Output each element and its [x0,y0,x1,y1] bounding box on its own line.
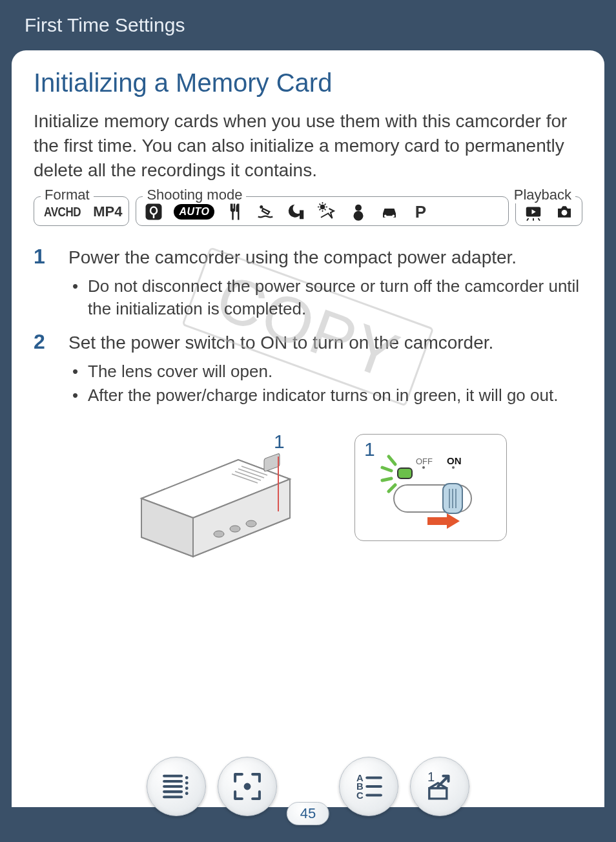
svg-line-25 [382,467,391,471]
toc-button[interactable] [147,757,206,816]
svg-point-42 [185,776,189,779]
svg-point-30 [422,466,425,469]
index-button[interactable]: A B C [339,757,398,816]
svg-point-45 [185,792,189,795]
switch-off-label: OFF [416,457,433,466]
film-play-icon [522,202,544,221]
svg-line-26 [382,478,391,480]
step-text: Set the power switch to ON to turn on th… [68,331,582,355]
breadcrumb: First Time Settings [0,0,616,48]
index-icon: A B C [351,769,386,804]
svg-text:1: 1 [427,770,435,784]
switch-illustration: 1 OFF ON [354,434,507,541]
step-1: 1 Power the camcorder using the compact … [34,245,582,322]
intro-text: Initialize memory cards when you use the… [34,109,582,182]
svg-text:C: C [356,790,364,801]
macro-icon [143,202,165,221]
svg-line-24 [389,457,395,464]
svg-point-16 [230,526,240,532]
svg-point-4 [355,205,362,211]
svg-rect-2 [300,211,303,220]
step-bullet: The lens cover will open. [68,360,582,383]
steps-list: COPY 1 Power the camcorder using the com… [34,245,582,408]
expand-icon [230,769,265,804]
svg-point-6 [384,215,387,218]
camcorder-illustration: 1 [109,434,316,566]
toc-icon [159,769,194,804]
format-label: Format [41,187,94,203]
svg-point-10 [562,210,568,216]
page-title: Initializing a Memory Card [34,68,582,98]
mp4-icon: MP4 [93,203,122,220]
svg-point-46 [245,785,250,789]
auto-icon: AUTO [174,204,214,220]
cutlery-icon [223,202,245,221]
svg-point-7 [393,215,395,218]
svg-line-27 [389,485,395,491]
step-number: 2 [34,331,68,408]
mode-bar: Format AVCHD MP4 Shooting mode AUTO [34,196,582,226]
diver-icon [254,202,276,221]
step-2: 2 Set the power switch to ON to turn on … [34,331,582,408]
playback-group: Playback [515,196,582,226]
page-card: Initializing a Memory Card Initialize me… [12,50,604,811]
step-bullet: Do not disconnect the power source or tu… [68,275,582,320]
svg-marker-36 [427,513,460,529]
snowman-icon [347,202,369,221]
beach-icon [316,202,338,221]
photo-play-icon [553,202,575,221]
playback-label: Playback [510,187,575,203]
svg-point-5 [354,211,364,221]
switch-on-label: ON [447,455,462,466]
avchd-icon: AVCHD [44,205,81,220]
switch-callout: 1 [364,438,375,460]
night-icon [285,202,307,221]
svg-point-31 [452,466,455,469]
return-icon: 1 [422,769,457,804]
step-text: Power the camcorder using the compact po… [68,245,582,270]
svg-point-15 [214,531,224,537]
svg-rect-18 [264,453,280,472]
car-icon [378,202,400,221]
p-icon: P [409,202,431,221]
illustration-row: 1 1 OFF ON [34,434,582,566]
format-group: Format AVCHD MP4 [34,196,129,226]
svg-rect-28 [398,468,412,478]
expand-button[interactable] [218,757,277,816]
shooting-group: Shooting mode AUTO P [136,196,509,226]
svg-point-44 [185,786,189,790]
svg-point-3 [320,205,325,210]
page-number: 45 [287,802,329,825]
shooting-label: Shooting mode [143,187,246,203]
step-number: 1 [34,245,68,322]
return-button[interactable]: 1 [410,757,469,816]
camcorder-callout: 1 [274,431,285,453]
footer-nav: A B C 1 45 [12,757,604,816]
step-bullet: After the power/charge indicator turns o… [68,384,582,407]
svg-point-43 [185,781,189,785]
svg-point-17 [246,520,256,527]
